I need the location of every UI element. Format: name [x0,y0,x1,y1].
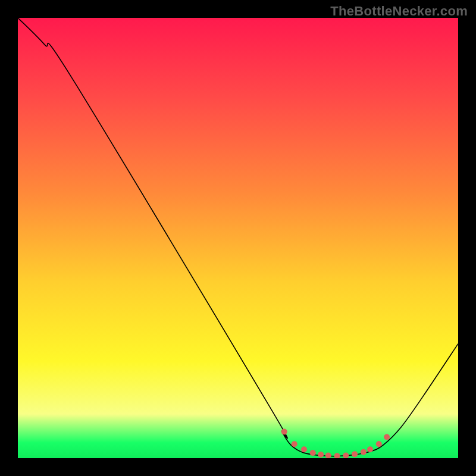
optimal-marker [310,450,316,456]
chart-frame: TheBottleNecker.com [0,0,476,476]
plot-area [18,18,458,458]
optimal-marker [301,446,307,452]
optimal-marker [367,446,373,452]
optimal-marker [318,452,324,458]
optimal-marker [352,451,358,457]
optimal-marker [292,441,298,447]
bottleneck-chart [18,18,458,458]
optimal-marker [384,434,390,440]
watermark-text: TheBottleNecker.com [330,4,468,19]
gradient-background [18,18,458,458]
optimal-marker [281,429,287,435]
optimal-marker [361,449,367,455]
optimal-marker [376,441,382,447]
